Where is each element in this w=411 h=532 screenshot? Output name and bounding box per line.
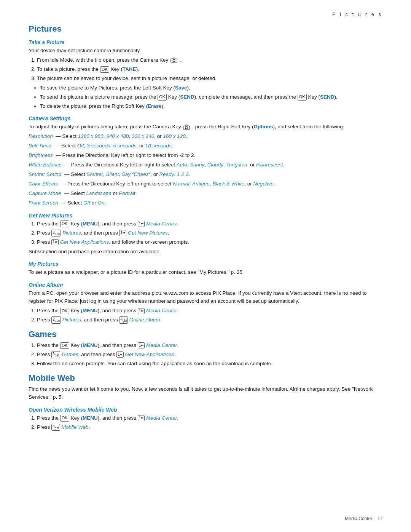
take-a-picture-heading: Take a Picture xyxy=(29,39,382,45)
front-screen-label: Front Screen xyxy=(29,200,58,206)
footer-page-num: 17 xyxy=(378,516,382,521)
page-footer: Media Center 17 xyxy=(345,516,382,521)
camera-icon xyxy=(170,57,180,63)
ok-key4: OK xyxy=(60,220,69,227)
games-steps: Press the OK Key (MENU), and then press … xyxy=(37,342,382,368)
svg-point-1 xyxy=(173,59,175,62)
shutter-sound-item: Shutter Sound — Select Shutter, Silent, … xyxy=(29,171,382,179)
open-verizon-steps: Press the OK Key (MENU), and then press … xyxy=(37,414,382,431)
list-item: Press 2abc Pictures, and then press 1•• … xyxy=(37,229,382,237)
key-1c: 1•• xyxy=(51,239,59,245)
list-item: Press 3def Games, and then press 1•• Get… xyxy=(37,351,382,359)
online-album-steps: Press the OK Key (MENU), and then press … xyxy=(37,307,382,324)
key-4ghi: 4ghi xyxy=(119,316,128,324)
open-verizon-heading: Open Verizon Wireless Mobile Web xyxy=(29,407,382,413)
take-a-picture-bullets: To save the picture to My Pictures, pres… xyxy=(40,84,382,110)
get-new-pictures-heading: Get New Pictures xyxy=(29,212,382,219)
options-label: Options xyxy=(254,124,273,129)
white-balance-label: White Balance xyxy=(29,162,62,168)
ok-key: OK xyxy=(100,66,109,73)
svg-rect-2 xyxy=(173,58,175,59)
page-header: P i c t u r e s xyxy=(29,11,382,17)
list-item: From Idle Mode, with the flip open, pres… xyxy=(37,56,382,64)
take-a-picture-intro: Your device may not include camera funct… xyxy=(29,47,382,55)
list-item: Press 2abc Pictures, and then press 4ghi… xyxy=(37,316,382,324)
key-1: 1•• xyxy=(138,221,145,227)
pictures-section-title: Pictures xyxy=(29,24,382,34)
ok-key5: OK xyxy=(60,308,69,314)
games-section-title: Games xyxy=(29,329,382,339)
key-4ghi2: 4ghi xyxy=(51,424,60,431)
send-label2: SEND xyxy=(320,94,335,100)
self-timer-item: Self Timer — Select Off, 3 seconds, 5 se… xyxy=(29,142,382,150)
key-1g: 1•• xyxy=(138,415,145,421)
save-label: Save xyxy=(175,85,187,91)
key-1e: 1•• xyxy=(138,342,145,348)
mobile-web-section-title: Mobile Web xyxy=(29,373,382,383)
camera-icon2 xyxy=(182,124,192,129)
my-pictures-heading: My Pictures xyxy=(29,261,382,267)
erase-label: Erase xyxy=(148,103,162,109)
shutter-sound-label: Shutter Sound xyxy=(29,171,61,177)
camera-settings-intro: To adjust the quality of pictures being … xyxy=(29,123,382,131)
resolution-item: Resolution — Select 1280 x 960, 640 x 48… xyxy=(29,133,382,141)
footer-text: Media Center xyxy=(345,516,372,521)
self-timer-label: Self Timer xyxy=(29,143,52,149)
white-balance-item: White Balance — Press the Directional Ke… xyxy=(29,161,382,169)
brightness-item: Brightness — Press the Directional Key l… xyxy=(29,152,382,160)
key-1b: 1•• xyxy=(119,230,126,236)
key-1d: 1•• xyxy=(138,308,145,314)
key-3def: 3def xyxy=(51,351,60,358)
list-item: The picture can be saved to your device,… xyxy=(37,75,382,83)
get-new-pictures-note: Subscription and purchase price informat… xyxy=(29,248,382,256)
my-pictures-text: To set a picture as a wallpaper, or a pi… xyxy=(29,268,382,276)
take-a-picture-steps: From Idle Mode, with the flip open, pres… xyxy=(37,56,382,83)
resolution-values: 1280 x 960 xyxy=(78,133,104,139)
ok-key6: OK xyxy=(60,342,69,349)
front-screen-item: Front Screen — Select Off or On. xyxy=(29,199,382,207)
color-effects-item: Color Effects — Press the Directional Ke… xyxy=(29,180,382,188)
list-item: Follow the on-screen prompts. You can st… xyxy=(37,360,382,368)
key-2abc2: 2abc xyxy=(51,316,61,324)
ok-key2: OK xyxy=(158,94,167,100)
brightness-label: Brightness xyxy=(29,152,53,158)
list-item: Press the OK Key (MENU), and then press … xyxy=(37,220,382,228)
ok-key7: OK xyxy=(60,415,69,421)
capture-mode-item: Capture Mode — Select Landscape or Portr… xyxy=(29,190,382,198)
list-item: To save the picture to My Pictures, pres… xyxy=(40,84,382,92)
get-new-pictures-steps: Press the OK Key (MENU), and then press … xyxy=(37,220,382,246)
send-label: SEND xyxy=(180,94,194,100)
camera-settings-heading: Camera Settings xyxy=(29,115,382,121)
list-item: Press 1•• Get New Applications, and foll… xyxy=(37,238,382,246)
ok-key3: OK xyxy=(298,94,307,100)
list-item: Press 4ghi Mobile Web. xyxy=(37,423,382,431)
list-item: To send the picture in a picture message… xyxy=(40,93,382,101)
key-1f: 1•• xyxy=(116,351,124,358)
list-item: To take a picture, press the OK Key (TAK… xyxy=(37,66,382,73)
list-item: Press the OK Key (MENU), and then press … xyxy=(37,342,382,350)
mobile-web-intro: Find the news you want or let it come to… xyxy=(29,385,382,401)
list-item: To delete the picture, press the Right S… xyxy=(40,102,382,110)
take-label: TAKE xyxy=(123,66,136,72)
color-effects-label: Color Effects xyxy=(29,181,58,187)
page-header-title: P i c t u r e s xyxy=(332,11,382,17)
list-item: Press the OK Key (MENU), and then press … xyxy=(37,414,382,422)
capture-mode-label: Capture Mode xyxy=(29,190,61,196)
key-2abc: 2abc xyxy=(51,230,61,237)
list-item: Press the OK Key (MENU), and then press … xyxy=(37,307,382,315)
page-container: P i c t u r e s Pictures Take a Picture … xyxy=(0,0,411,532)
online-album-heading: Online Album xyxy=(29,282,382,288)
resolution-label: Resolution xyxy=(29,133,53,139)
online-album-text: From a PC, open your browser and enter t… xyxy=(29,289,382,305)
svg-point-4 xyxy=(185,126,188,129)
